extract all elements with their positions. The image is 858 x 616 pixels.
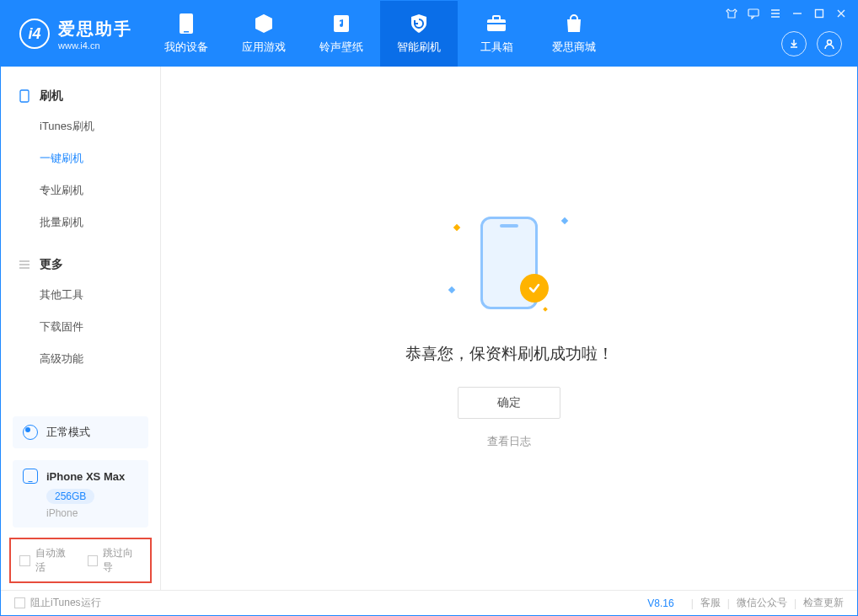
tab-ringtone[interactable]: 铃声壁纸 <box>303 1 380 67</box>
list-icon <box>18 258 31 271</box>
tab-toolbox[interactable]: 工具箱 <box>458 1 535 67</box>
svg-rect-4 <box>493 16 500 20</box>
svg-rect-9 <box>20 90 29 102</box>
svg-rect-7 <box>748 9 759 16</box>
checkbox-auto-activate[interactable]: 自动激活 <box>19 546 74 575</box>
checkbox-icon <box>88 555 99 566</box>
sidebar-item-onekey-flash[interactable]: 一键刷机 <box>1 142 160 174</box>
tab-flash[interactable]: 智能刷机 <box>380 1 458 67</box>
footer-link-update[interactable]: 检查更新 <box>803 596 844 610</box>
svg-rect-0 <box>180 13 193 34</box>
menu-icon[interactable] <box>770 8 781 19</box>
minimize-button[interactable] <box>791 8 803 19</box>
checkbox-icon <box>14 597 25 608</box>
app-name: 爱思助手 <box>58 18 132 40</box>
sidebar-item-advanced[interactable]: 高级功能 <box>1 343 160 375</box>
phone-outline-icon <box>18 89 31 103</box>
device-icon <box>23 469 38 484</box>
tab-apps[interactable]: 应用游戏 <box>225 1 303 67</box>
maximize-button[interactable] <box>813 8 825 19</box>
skin-icon[interactable] <box>726 8 737 19</box>
bag-icon <box>563 13 585 35</box>
app-site: www.i4.cn <box>58 40 132 51</box>
phone-icon <box>175 13 197 35</box>
sparkle-icon <box>453 223 460 230</box>
device-name: iPhone XS Max <box>46 470 125 483</box>
sparkle-icon <box>561 217 568 223</box>
footer-link-support[interactable]: 客服 <box>700 596 721 610</box>
sidebar-item-batch-flash[interactable]: 批量刷机 <box>1 206 160 238</box>
user-button[interactable] <box>817 31 842 56</box>
svg-point-6 <box>828 40 832 45</box>
bottom-options-highlighted: 自动激活 跳过向导 <box>9 538 152 583</box>
tab-store[interactable]: 爱思商城 <box>535 1 613 67</box>
success-message: 恭喜您，保资料刷机成功啦！ <box>405 343 614 365</box>
sidebar-section-flash: 刷机 <box>1 82 160 110</box>
version-label: V8.16 <box>647 597 673 609</box>
success-illustration <box>446 208 572 318</box>
sidebar-item-itunes-flash[interactable]: iTunes刷机 <box>1 110 160 142</box>
cube-icon <box>253 13 275 35</box>
music-icon <box>330 13 352 35</box>
sidebar-item-pro-flash[interactable]: 专业刷机 <box>1 174 160 206</box>
main-tabs: 我的设备 应用游戏 铃声壁纸 智能刷机 工具箱 爱思商城 <box>147 1 613 67</box>
toolbox-icon <box>485 13 507 35</box>
svg-rect-5 <box>487 23 506 24</box>
feedback-icon[interactable] <box>748 8 759 19</box>
mode-card[interactable]: 正常模式 <box>13 416 148 448</box>
svg-rect-3 <box>487 19 506 31</box>
header-right-buttons <box>781 31 842 56</box>
svg-rect-1 <box>184 31 189 33</box>
checkbox-block-itunes[interactable]: 阻止iTunes运行 <box>14 596 101 610</box>
header-bar: i4 爱思助手 www.i4.cn 我的设备 应用游戏 铃声壁纸 智能刷机 工具… <box>1 1 857 67</box>
device-card[interactable]: iPhone XS Max 256GB iPhone <box>13 460 148 528</box>
svg-rect-8 <box>816 10 823 18</box>
refresh-shield-icon <box>408 13 430 35</box>
app-logo: i4 爱思助手 www.i4.cn <box>1 18 147 51</box>
footer-bar: 阻止iTunes运行 V8.16 | 客服 | 微信公众号 | 检查更新 <box>1 590 857 615</box>
tab-my-device[interactable]: 我的设备 <box>147 1 225 67</box>
checkbox-icon <box>19 555 30 566</box>
checkbox-skip-guide[interactable]: 跳过向导 <box>88 546 142 575</box>
device-capacity: 256GB <box>46 489 94 504</box>
check-badge-icon <box>520 274 549 303</box>
sparkle-icon <box>448 286 455 292</box>
close-button[interactable] <box>835 8 847 19</box>
mode-icon <box>23 425 38 440</box>
device-type: iPhone <box>46 507 138 519</box>
footer-link-wechat[interactable]: 微信公众号 <box>737 596 787 610</box>
download-button[interactable] <box>781 31 807 56</box>
main-content: 恭喜您，保资料刷机成功啦！ 确定 查看日志 <box>161 67 857 590</box>
view-log-link[interactable]: 查看日志 <box>487 434 531 449</box>
window-controls <box>726 8 847 19</box>
sidebar-item-other-tools[interactable]: 其他工具 <box>1 279 160 311</box>
logo-icon: i4 <box>19 19 50 49</box>
sidebar-item-download-firmware[interactable]: 下载固件 <box>1 311 160 343</box>
sidebar: 刷机 iTunes刷机 一键刷机 专业刷机 批量刷机 更多 其他工具 下载固件 … <box>1 67 161 590</box>
mode-label: 正常模式 <box>46 425 90 440</box>
sparkle-icon <box>543 307 548 312</box>
sidebar-section-more: 更多 <box>1 250 160 279</box>
ok-button[interactable]: 确定 <box>458 387 560 419</box>
